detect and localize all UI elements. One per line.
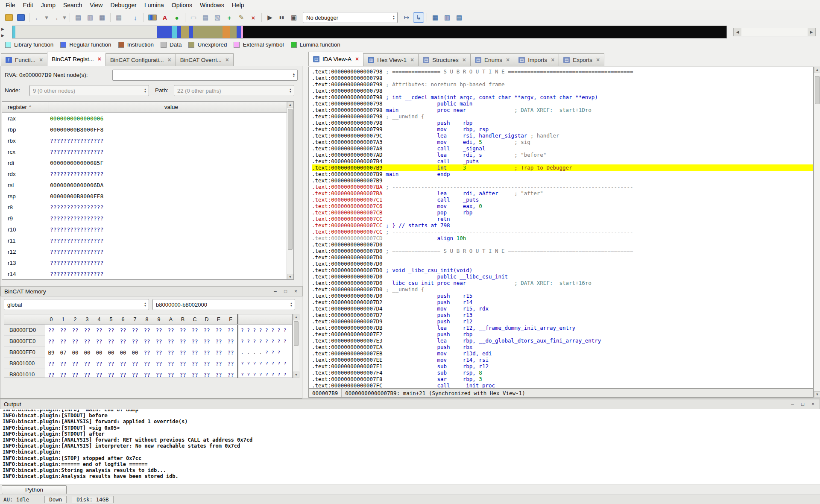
disasm-line[interactable]: .text:00000000000007BA lea rdi, aAfter ;… — [312, 190, 813, 196]
memory-byte[interactable]: ?? — [57, 372, 69, 378]
memory-row[interactable]: B8001010????????????????????????????????… — [4, 369, 292, 378]
memory-byte[interactable]: ?? — [165, 360, 177, 367]
memory-byte[interactable]: ?? — [189, 360, 201, 367]
memory-byte[interactable]: ?? — [69, 338, 81, 345]
register-table-header[interactable]: register^ value — [2, 102, 293, 113]
disasm-line[interactable]: .text:00000000000007D0 ; void _libc_csu_… — [312, 267, 813, 273]
pause-icon[interactable]: ▮▮ — [276, 12, 287, 23]
memory-byte[interactable]: ?? — [57, 327, 69, 334]
memory-byte[interactable]: ?? — [201, 338, 213, 345]
memory-byte[interactable]: ?? — [141, 372, 153, 378]
disasm-line[interactable]: .text:0000000000000798 ; ===============… — [312, 68, 813, 75]
scroll-down-icon[interactable]: ▼ — [287, 274, 293, 280]
memory-byte[interactable]: 07 — [57, 349, 69, 356]
disasm-line[interactable]: .text:00000000000007B9 — [312, 177, 813, 184]
register-row[interactable]: r9???????????????? — [2, 213, 293, 224]
register-row[interactable]: r11???????????????? — [2, 235, 293, 246]
memory-byte[interactable]: ?? — [57, 360, 69, 367]
disasm-line[interactable]: .text:00000000000007EB mov r13d, edi — [312, 350, 813, 357]
scrollbar-thumb[interactable] — [294, 321, 299, 346]
memory-byte[interactable]: ?? — [69, 327, 81, 334]
scroll-up-icon[interactable]: ▲ — [814, 67, 820, 73]
memory-byte[interactable]: ?? — [165, 327, 177, 334]
scrollbar-thumb[interactable] — [288, 109, 293, 250]
register-row[interactable]: rsi00000000000006DA — [2, 179, 293, 190]
menu-jump[interactable]: Jump — [37, 1, 59, 9]
memory-byte[interactable]: ?? — [225, 349, 237, 356]
memory-row[interactable]: B8001000????????????????????????????????… — [4, 358, 292, 369]
open-file-icon[interactable] — [5, 14, 13, 21]
memory-row[interactable]: B8000FE0????????????????????????????????… — [4, 336, 292, 347]
tab-close-icon[interactable]: × — [596, 57, 600, 62]
menu-windows[interactable]: Windows — [196, 1, 228, 9]
tab-imports[interactable]: ▤Imports× — [514, 53, 559, 66]
tab-structures[interactable]: ▤Structures× — [418, 53, 470, 66]
disasm-line[interactable]: .text:00000000000007D4 mov r15, rdx — [312, 305, 813, 312]
tab-bincat-regist[interactable]: BinCAT Regist...× — [47, 52, 105, 66]
memory-byte[interactable]: ?? — [153, 360, 165, 367]
call-graph-icon[interactable]: ▧ — [212, 12, 223, 23]
tab-close-icon[interactable]: × — [410, 57, 414, 62]
disasm-line[interactable]: .text:00000000000007F8 sar rbp, 3 — [312, 376, 813, 382]
disasm-line[interactable]: .text:0000000000000798 — [312, 88, 813, 94]
dock-close-icon[interactable]: × — [810, 401, 816, 407]
memory-byte[interactable]: ?? — [213, 338, 225, 345]
value-column-header[interactable]: value — [49, 102, 293, 112]
memory-byte[interactable]: ?? — [141, 338, 153, 345]
memory-byte[interactable]: ?? — [225, 327, 237, 334]
register-row[interactable]: rax0000000000000006 — [2, 113, 293, 124]
memory-byte[interactable]: ?? — [189, 349, 201, 356]
register-column-header[interactable]: register^ — [2, 102, 49, 112]
memory-byte[interactable]: ?? — [105, 360, 117, 367]
disasm-line[interactable]: .text:00000000000007D0 — [312, 254, 813, 261]
memory-byte[interactable]: ?? — [213, 360, 225, 367]
memory-byte[interactable]: 00 — [105, 349, 117, 356]
paste-icon[interactable]: ▦ — [97, 12, 108, 23]
memory-range-select[interactable]: b8000000-b8002000 ▲▼ — [152, 299, 295, 310]
menu-file[interactable]: File — [2, 1, 19, 9]
memory-byte[interactable]: 00 — [93, 349, 105, 356]
add-chart-icon[interactable]: + — [224, 12, 235, 23]
tab-ida-view-a[interactable]: ▤IDA View-A× — [308, 52, 363, 66]
disasm-line[interactable]: .text:0000000000000798 ; Attributes: nor… — [312, 81, 813, 88]
tab-bincat-overri[interactable]: BinCAT Overri...× — [176, 53, 234, 66]
stop-icon[interactable]: ▣ — [288, 12, 299, 23]
disasm-line[interactable]: .text:00000000000007BA ; ---------------… — [312, 184, 813, 190]
debugger-select[interactable]: No debugger▲▼ — [303, 12, 398, 23]
disasm-line[interactable]: .text:00000000000007B4 call _puts — [312, 158, 813, 164]
disasm-line[interactable]: .text:0000000000000799 mov rbp, rsp — [312, 126, 813, 132]
disasm-line[interactable]: .text:0000000000000798 — [312, 75, 813, 81]
navigate-back-icon[interactable]: ← — [32, 12, 43, 23]
tab-close-icon[interactable]: × — [226, 57, 229, 62]
memory-byte[interactable]: ?? — [45, 372, 57, 378]
tab-enums[interactable]: ▤Enums× — [470, 53, 514, 66]
memory-byte[interactable]: ?? — [69, 360, 81, 367]
memory-byte[interactable]: ?? — [105, 327, 117, 334]
memory-byte[interactable]: ?? — [93, 372, 105, 378]
memory-byte[interactable]: ?? — [153, 349, 165, 356]
tab-close-icon[interactable]: × — [463, 57, 466, 62]
memory-byte[interactable]: ?? — [165, 372, 177, 378]
memory-byte[interactable]: 00 — [69, 349, 81, 356]
memory-byte[interactable]: ?? — [117, 327, 129, 334]
disasm-line[interactable]: .text:00000000000007D0 push r15 — [312, 293, 813, 299]
save-icon[interactable] — [17, 14, 25, 21]
tab-close-icon[interactable]: × — [506, 57, 510, 62]
disasm-line[interactable]: .text:00000000000007CB pop rbp — [312, 209, 813, 216]
disasm-line[interactable]: .text:00000000000007C1 call _puts — [312, 196, 813, 203]
scroll-down-icon[interactable]: ▼ — [293, 372, 299, 378]
menu-search[interactable]: Search — [59, 1, 86, 9]
register-row[interactable]: r13???????????????? — [2, 257, 293, 268]
disasm-line[interactable]: .text:000000000000079C lea rsi, handler_… — [312, 132, 813, 139]
disasm-line[interactable]: .text:00000000000007CC ; } // starts at … — [312, 222, 813, 229]
disasm-line[interactable]: .text:00000000000007B9 main endp — [312, 171, 813, 177]
register-row[interactable]: rdx???????????????? — [2, 168, 293, 179]
next-node-select[interactable]: ▲▼ — [112, 70, 298, 81]
disasm-line[interactable]: .text:00000000000007A3 mov edi, 5 ; sig — [312, 139, 813, 145]
step-over-icon[interactable]: ↦ — [401, 12, 412, 23]
cancel-icon[interactable]: × — [248, 12, 259, 23]
navband-scrollbar-left-icon[interactable]: ◀ — [734, 28, 741, 36]
navigate-forward-menu-icon[interactable]: ▾ — [62, 12, 67, 23]
disasm-line[interactable]: .text:00000000000007A8 call _signal — [312, 145, 813, 152]
memory-byte[interactable]: ?? — [81, 338, 93, 345]
